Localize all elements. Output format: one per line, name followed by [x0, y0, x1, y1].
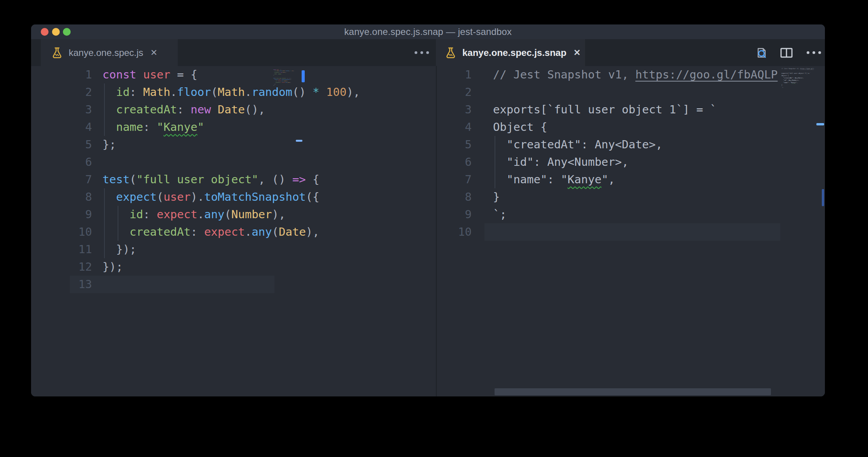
line-number: 13	[31, 276, 92, 293]
line-number: 12	[31, 258, 92, 276]
line-number: 8	[31, 188, 92, 206]
line-number: 5	[437, 136, 472, 153]
code-line[interactable]: 1const user = {	[31, 66, 436, 83]
tab-label: kanye.one.spec.js	[69, 47, 143, 58]
line-number: 11	[31, 241, 92, 258]
code-line[interactable]: 2	[437, 83, 825, 101]
tab-bar: kanye.one.spec.js ✕ kanye.one.spec.js.sn…	[31, 39, 825, 66]
line-number: 8	[437, 188, 472, 206]
code-line[interactable]: 3exports[`full user object 1`] = `	[437, 101, 825, 118]
line-number: 4	[31, 118, 92, 136]
line-number: 1	[437, 66, 472, 83]
split-editor-icon[interactable]	[779, 46, 793, 60]
line-number: 10	[437, 223, 472, 241]
close-tab-icon[interactable]: ✕	[150, 48, 157, 58]
code-line[interactable]: 6 "id": Any<Number>,	[437, 153, 825, 171]
search-document-icon[interactable]	[755, 46, 769, 60]
code-line[interactable]: 2 id: Math.floor(Math.random() * 100),	[31, 83, 436, 101]
tab-label: kanye.one.spec.js.snap	[462, 47, 566, 58]
code-line[interactable]: 13	[31, 276, 436, 293]
close-tab-icon[interactable]: ✕	[573, 48, 580, 58]
code-line[interactable]: 5};	[31, 136, 436, 153]
window-titlebar[interactable]: kanye.one.spec.js.snap — jest-sandbox	[31, 24, 825, 39]
pane-divider[interactable]	[436, 66, 437, 396]
code-line[interactable]: 4 name: "Kanye"	[31, 118, 436, 136]
code-line[interactable]: 10	[437, 223, 825, 241]
line-number: 7	[31, 171, 92, 188]
code-line[interactable]: 12});	[31, 258, 436, 276]
line-number: 9	[437, 206, 472, 223]
line-number: 3	[437, 101, 472, 118]
code-line[interactable]: 7 "name": "Kanye",	[437, 171, 825, 188]
code-line[interactable]: 10 createdAt: expect.any(Date),	[31, 223, 436, 241]
more-editor-actions-button[interactable]	[415, 39, 429, 66]
tab-kanye-one-spec-js-snap[interactable]: kanye.one.spec.js.snap ✕	[436, 39, 585, 66]
editor-pane-spec[interactable]: const user = { id: Math.floor(Math.rando…	[31, 66, 436, 396]
tab-kanye-one-spec-js[interactable]: kanye.one.spec.js ✕	[41, 39, 178, 66]
line-number: 2	[437, 83, 472, 101]
code-line[interactable]: 3 createdAt: new Date(),	[31, 101, 436, 118]
horizontal-scrollbar[interactable]	[495, 388, 771, 395]
code-line[interactable]: 9 id: expect.any(Number),	[31, 206, 436, 223]
code-line[interactable]: 9`;	[437, 206, 825, 223]
line-number: 4	[437, 118, 472, 136]
line-number: 7	[437, 171, 472, 188]
line-number: 5	[31, 136, 92, 153]
line-number: 2	[31, 83, 92, 101]
code-line[interactable]: 8}	[437, 188, 825, 206]
editor-window: kanye.one.spec.js.snap — jest-sandbox ka…	[31, 24, 825, 396]
flask-icon	[52, 47, 62, 59]
line-number: 6	[31, 153, 92, 171]
more-actions-button[interactable]	[807, 39, 821, 66]
code-line[interactable]: 7test("full user object", () => {	[31, 171, 436, 188]
code-line[interactable]: 5 "createdAt": Any<Date>,	[437, 136, 825, 153]
line-number: 9	[31, 206, 92, 223]
line-number: 10	[31, 223, 92, 241]
line-number: 6	[437, 153, 472, 171]
line-number: 3	[31, 101, 92, 118]
line-number: 1	[31, 66, 92, 83]
code-line[interactable]: 8 expect(user).toMatchSnapshot({	[31, 188, 436, 206]
window-title: kanye.one.spec.js.snap — jest-sandbox	[31, 24, 825, 39]
editor-pane-snapshot[interactable]: // Jest Snapshot v1, https://goo.gl/fbAQ…	[437, 66, 825, 396]
flask-icon	[445, 47, 456, 59]
code-line[interactable]: 1// Jest Snapshot v1, https://goo.gl/fbA…	[437, 66, 825, 83]
code-line[interactable]: 4Object {	[437, 118, 825, 136]
code-line[interactable]: 6	[31, 153, 436, 171]
code-line[interactable]: 11 });	[31, 241, 436, 258]
editor-area: const user = { id: Math.floor(Math.rando…	[31, 66, 825, 396]
